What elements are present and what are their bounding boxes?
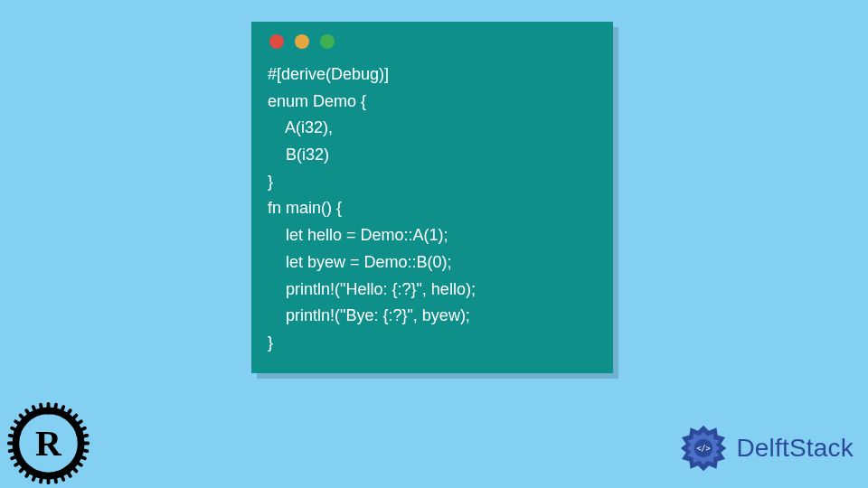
svg-line-10 <box>41 475 42 482</box>
svg-point-37 <box>14 429 21 436</box>
svg-line-24 <box>41 405 42 411</box>
code-window: #[derive(Debug)] enum Demo { A(i32), B(i… <box>251 22 613 373</box>
svg-point-33 <box>45 407 52 414</box>
svg-point-34 <box>76 429 83 436</box>
window-traffic-lights <box>268 34 597 49</box>
svg-line-29 <box>71 416 76 420</box>
svg-text:</>: </> <box>697 444 711 453</box>
svg-point-35 <box>64 466 71 474</box>
delftstack-logo: </> DelftStack <box>676 421 854 475</box>
svg-line-11 <box>33 474 36 480</box>
svg-text:R: R <box>35 423 62 464</box>
svg-line-23 <box>33 407 36 413</box>
close-dot-icon <box>269 34 284 49</box>
svg-line-16 <box>10 450 16 451</box>
svg-line-3 <box>79 455 85 458</box>
code-block: #[derive(Debug)] enum Demo { A(i32), B(i… <box>268 61 597 357</box>
svg-line-26 <box>55 405 56 411</box>
delftstack-brand-text: DelftStack <box>736 434 854 463</box>
svg-line-8 <box>55 475 56 482</box>
rust-logo-icon: R <box>5 400 91 486</box>
svg-line-15 <box>12 455 18 458</box>
svg-line-7 <box>61 474 63 480</box>
svg-line-27 <box>61 407 63 413</box>
svg-line-5 <box>71 466 76 471</box>
svg-line-21 <box>21 416 25 420</box>
maximize-dot-icon <box>320 34 335 49</box>
svg-line-13 <box>21 466 25 471</box>
svg-line-2 <box>80 450 87 451</box>
svg-point-36 <box>25 466 33 474</box>
minimize-dot-icon <box>295 34 309 49</box>
delftstack-badge-icon: </> <box>676 421 731 475</box>
